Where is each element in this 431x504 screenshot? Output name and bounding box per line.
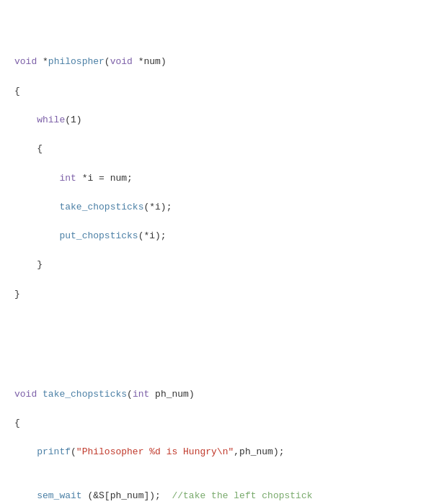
philospher-function: void *philospher(void *num) { while(1) {… bbox=[14, 40, 417, 316]
code-line: { bbox=[14, 142, 417, 156]
code-line: sem_wait (&S[ph_num]); //take the left c… bbox=[14, 489, 417, 503]
code-editor: void *philospher(void *num) { while(1) {… bbox=[14, 12, 417, 504]
code-line: } bbox=[14, 258, 417, 272]
code-line: while(1) bbox=[14, 113, 417, 127]
code-line: { bbox=[14, 84, 417, 99]
code-line: void take_chopsticks(int ph_num) bbox=[14, 387, 417, 402]
code-line: printf("Philosopher %d is Hungry\n",ph_n… bbox=[14, 445, 417, 459]
take-chopsticks-function: void take_chopsticks(int ph_num) { print… bbox=[14, 358, 417, 504]
code-line: take_chopsticks(*i); bbox=[14, 200, 417, 215]
code-line: { bbox=[14, 416, 417, 431]
code-line: put_chopsticks(*i); bbox=[14, 229, 417, 243]
code-line: void *philospher(void *num) bbox=[14, 55, 417, 69]
code-line: int *i = num; bbox=[14, 171, 417, 186]
code-line: } bbox=[14, 287, 417, 302]
